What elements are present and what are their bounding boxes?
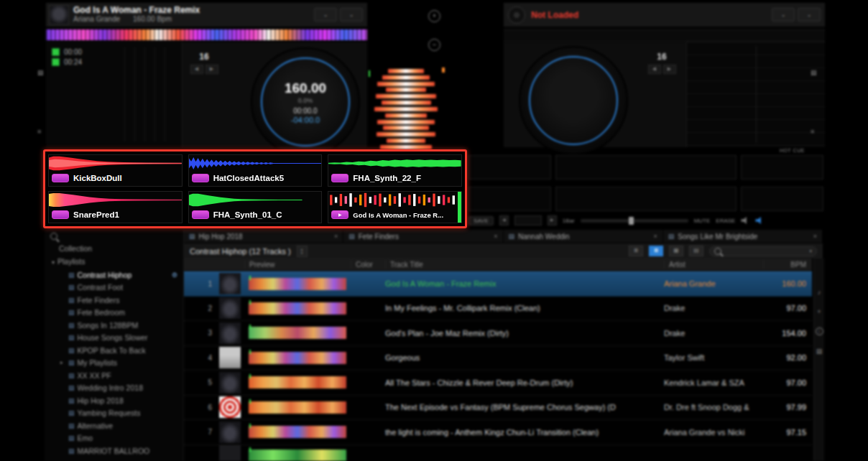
preview-waveform[interactable] (249, 352, 346, 364)
sample-slot-2[interactable]: HatClosedAttack5 (188, 154, 323, 187)
sample-play-button[interactable]: ▶ (331, 210, 348, 219)
column-preview[interactable]: Preview (244, 261, 351, 269)
prepare-icon[interactable]: ♪ (818, 289, 821, 296)
tab-close-icon[interactable]: × (494, 233, 497, 240)
tab-close-icon[interactable]: × (813, 233, 817, 240)
column-bpm[interactable]: BPM (763, 261, 812, 269)
empty-sample-cell[interactable] (741, 187, 823, 211)
sample-play-button[interactable] (331, 174, 348, 182)
bank-next-button[interactable]: ▶ (548, 215, 557, 225)
right-panel-toggle-icon[interactable]: ▤ (811, 69, 817, 76)
sample-slot-3[interactable]: FHA_Synth_22_F (328, 154, 462, 187)
track-row[interactable]: 1 God Is A Woman - Fraze Remix Ariana Gr… (184, 271, 812, 297)
gear-icon[interactable]: ⚙ (172, 271, 177, 279)
sample-play-button[interactable] (52, 210, 69, 219)
crate-tab[interactable]: ▤ Fete Finders × (343, 230, 503, 243)
view-artwork-button[interactable]: ▦ (669, 246, 683, 256)
info-icon[interactable]: i (816, 327, 823, 335)
crate-tab[interactable]: ▤ Nannah Weddin × (504, 230, 663, 243)
sampler-volume-slider[interactable] (581, 219, 688, 223)
sidebar-playlist-item[interactable]: ▸ ▤ XX XX PF ⚙ (45, 369, 183, 382)
track-row[interactable]: 6 The Next Episode vs Fantasy (BPM Supre… (184, 396, 812, 421)
sample-play-button[interactable] (52, 174, 69, 182)
sample-play-button[interactable] (192, 210, 209, 219)
add-icon[interactable]: + (817, 308, 821, 315)
empty-sample-cell[interactable] (468, 187, 551, 211)
loop-double-button[interactable]: ▶ (663, 65, 676, 74)
track-row[interactable]: 5 All The Stars - Chizzle & Rever Deep R… (184, 371, 812, 396)
search-icon[interactable] (50, 233, 57, 240)
deck-options-button[interactable]: ⌄ (340, 8, 363, 22)
preview-waveform[interactable] (249, 426, 346, 438)
right-panel-toggle-icon[interactable]: ≡ (811, 128, 814, 135)
preview-waveform[interactable] (249, 401, 346, 414)
zoom-out-icon[interactable]: − (428, 39, 440, 51)
preview-waveform[interactable] (249, 327, 346, 339)
sample-slot-5[interactable]: FHA_Synth_01_C (188, 191, 323, 223)
empty-sample-cell[interactable] (741, 155, 823, 180)
save-button[interactable]: SAVE (468, 216, 494, 225)
sidebar-playlist-item[interactable]: ▸ ▤ Fete Bedroom ⚙ (45, 307, 183, 320)
track-row[interactable]: 7 the light is coming - Anthem Kingz Chu… (184, 420, 812, 445)
preview-waveform[interactable] (249, 450, 346, 461)
preview-waveform[interactable] (249, 302, 346, 315)
view-vertical-button[interactable]: ≣ (649, 246, 663, 256)
speaker-icon[interactable] (741, 216, 749, 225)
column-title[interactable]: Track Title (385, 261, 664, 269)
left-panel-toggle-icon[interactable]: ≡ (37, 128, 41, 135)
track-row[interactable]: 4 Gorgeous Taylor Swift 92.00 (184, 346, 812, 371)
zoom-in-icon[interactable]: + (428, 10, 440, 22)
speaker-active-icon[interactable] (755, 216, 764, 225)
track-row[interactable]: 2 In My Feelings - Mr. Collipark Remix (… (184, 297, 812, 322)
sample-play-button[interactable] (192, 174, 209, 182)
sidebar-item-collection[interactable]: Collection (45, 243, 183, 256)
column-color[interactable]: Color (351, 261, 385, 269)
sidebar-playlist-item[interactable]: ▸ ▤ Emo ⚙ (45, 432, 183, 445)
slider-handle[interactable] (629, 217, 634, 225)
sidebar-playlist-item[interactable]: ▸ ▤ MARRIOT BALLROO ⚙ (45, 444, 183, 457)
crate-tab[interactable]: ▤ Songs Like Mr Brightside × (663, 230, 823, 243)
sample-slot-4[interactable]: SnarePred1 (48, 191, 183, 223)
sidebar-playlist-item[interactable]: ▸ ▤ House Songs Slower ⚙ (45, 332, 183, 345)
loop-halve-button[interactable]: ◀ (648, 65, 661, 74)
preview-waveform[interactable] (249, 278, 346, 290)
empty-sample-cell[interactable] (555, 187, 737, 211)
deck-menu-button[interactable]: ⌄ (314, 8, 337, 22)
tab-close-icon[interactable]: × (334, 233, 338, 240)
track-row[interactable]: 3 God's Plan - Joe Maz Remix (Dirty) Dra… (184, 321, 812, 346)
sidebar-playlist-item[interactable]: ▸ ▤ Alternative ⚙ (45, 419, 183, 432)
sort-stepper[interactable]: ▴▾ (297, 246, 308, 257)
tab-close-icon[interactable]: × (653, 233, 657, 240)
column-artist[interactable]: Artist (664, 261, 763, 269)
sidebar-playlist-item[interactable]: ▸ ▤ Songs In 128BPM ⚙ (45, 319, 183, 332)
mute-button[interactable]: MUTE (694, 218, 711, 224)
crate-tab[interactable]: ▤ Hip Hop 2018 × (184, 230, 343, 243)
overview-waveform[interactable] (46, 27, 367, 42)
sidebar-playlist-item[interactable]: ▸ ▤ Hip Hop 2018 ⚙ (45, 394, 183, 407)
loop-double-button[interactable]: ▶ (206, 65, 218, 74)
overview-waveform-empty[interactable] (504, 27, 825, 42)
jog-wheel-left[interactable]: 160.00 0.0% 00:00.0 -04:00.0 (251, 47, 360, 157)
loop-halve-button[interactable]: ◀ (190, 65, 203, 74)
track-row-partial[interactable] (184, 445, 812, 461)
library-search-input[interactable]: ▾ (709, 246, 817, 256)
sidebar-playlist-item[interactable]: ▸ ▤ Contrast Foot ⚙ (45, 281, 183, 294)
bank-prev-button[interactable]: ◀ (499, 215, 509, 225)
erase-button[interactable]: ERASE (716, 218, 735, 224)
empty-sample-cell[interactable] (468, 155, 551, 180)
files-icon[interactable]: ▤ (816, 348, 823, 355)
preview-waveform[interactable] (249, 376, 346, 388)
left-panel-toggle-icon[interactable]: ▤ (37, 69, 44, 76)
sidebar-playlist-item[interactable]: ▸ ▤ Fete Finders ⚙ (45, 294, 183, 307)
sample-slot-1[interactable]: KickBoxDull (48, 154, 183, 187)
sidebar-playlist-item[interactable]: ▸ ▤ My Playlists ⚙ (45, 357, 183, 370)
deck-menu-button[interactable]: ⌄ (772, 8, 795, 22)
sidebar-playlist-item[interactable]: ▸ ▤ Yambing Requests ⚙ (45, 407, 183, 420)
sidebar-playlist-item[interactable]: ▸ ▤ Wedding Intro 2018 ⚙ (45, 382, 183, 395)
search-filter-chevron-icon[interactable]: ▾ (809, 248, 812, 254)
sidebar-group-playlists[interactable]: ▾Playlists (45, 256, 183, 269)
sample-slot-6[interactable]: ▶ God Is A Woman - Fraze R... (328, 191, 462, 223)
view-columns-button[interactable]: ▤ (689, 246, 703, 256)
view-list-button[interactable]: ≣ (629, 246, 643, 256)
empty-sample-cell[interactable] (555, 155, 737, 180)
